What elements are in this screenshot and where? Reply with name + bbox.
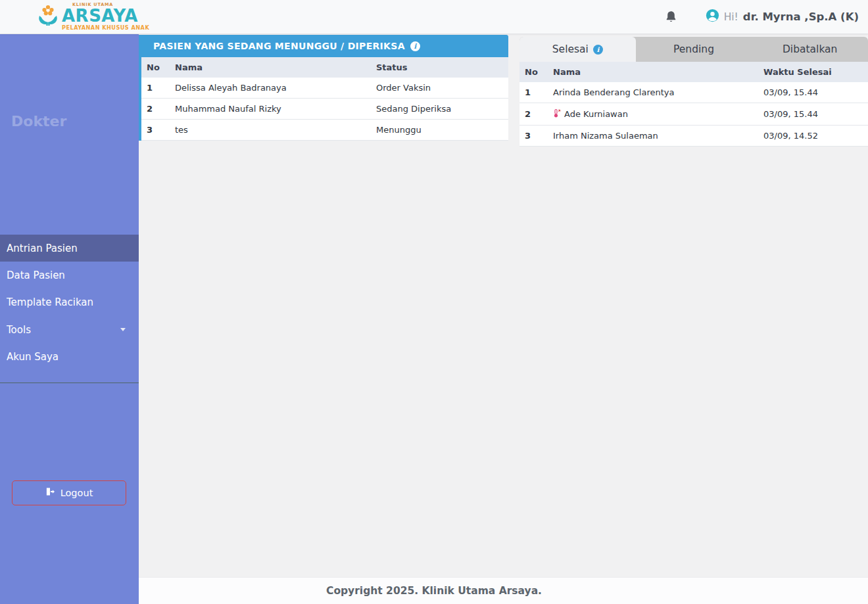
patient-status: Sedang Diperiksa xyxy=(372,99,508,120)
patient-name: Irham Nizama Sulaeman xyxy=(553,131,756,141)
tab-pending[interactable]: Pending xyxy=(636,37,752,62)
patient-status: Menunggu xyxy=(372,120,508,141)
sidebar-item-tools[interactable]: Tools xyxy=(0,316,139,343)
sidebar-item-antrian-pasien[interactable]: Antrian Pasien xyxy=(0,235,139,262)
top-header: KLINIK UTAMA ARSAYA PELAYANAN KHUSUS ANA… xyxy=(0,0,868,34)
tab-label: Pending xyxy=(673,43,714,55)
user-avatar-icon xyxy=(706,9,719,25)
row-number: 1 xyxy=(141,78,171,99)
waiting-panel: PASIEN YANG SEDANG MENUNGGU / DIPERIKSA … xyxy=(139,35,508,141)
logo-wordmark: ARSAYA xyxy=(62,7,138,25)
user-menu[interactable]: Hi! dr. Myrna ,Sp.A (K) xyxy=(706,9,859,25)
patient-name-text: Arinda Benderang Clarentya xyxy=(553,87,675,97)
patient-name-cell: Irham Nizama Sulaeman xyxy=(549,126,760,147)
chevron-down-icon xyxy=(120,328,126,331)
info-icon[interactable] xyxy=(410,41,420,51)
sidebar-item-data-pasien[interactable]: Data Pasien xyxy=(0,262,139,289)
sidebar-menu: Antrian PasienData PasienTemplate Racika… xyxy=(0,235,139,371)
row-number: 2 xyxy=(141,99,171,120)
patient-name: Muhammad Naufal Rizky xyxy=(171,99,372,120)
sidebar-item-akun-saya[interactable]: Akun Saya xyxy=(0,344,139,371)
patient-name: tes xyxy=(171,120,372,141)
column-header-no: No xyxy=(141,57,171,78)
notification-bell-icon[interactable] xyxy=(665,11,677,23)
finish-time: 03/09, 14.52 xyxy=(760,126,868,147)
column-header-nama: Nama xyxy=(171,57,372,78)
patient-name: Delissa Aleyah Badranaya xyxy=(171,78,372,99)
sidebar-divider xyxy=(0,383,139,383)
sidebar-item-label: Template Racikan xyxy=(7,296,93,308)
row-number: 3 xyxy=(141,120,171,141)
info-icon[interactable] xyxy=(593,45,603,55)
sidebar-item-template-racikan[interactable]: Template Racikan xyxy=(0,289,139,316)
patient-name: Arinda Benderang Clarentya xyxy=(553,87,756,97)
table-row: 2Ade Kurniawan03/09, 15.44 xyxy=(519,103,868,126)
patient-name-text: Ade Kurniawan xyxy=(564,109,628,119)
thermometer-icon xyxy=(553,108,561,120)
greeting-prefix: Hi! xyxy=(724,11,738,23)
logout-label: Logout xyxy=(60,488,93,498)
tab-dibatalkan[interactable]: Dibatalkan xyxy=(752,37,868,62)
table-row: 1Arinda Benderang Clarentya03/09, 15.44 xyxy=(519,82,868,103)
finish-time: 03/09, 15.44 xyxy=(760,82,868,103)
table-row: 1Delissa Aleyah BadranayaOrder Vaksin xyxy=(141,78,508,99)
sidebar-item-label: Data Pasien xyxy=(7,269,65,281)
sidebar-role-label: Dokter xyxy=(11,113,139,129)
patient-name-cell: Arinda Benderang Clarentya xyxy=(549,82,760,103)
table-row: 3tesMenunggu xyxy=(141,120,508,141)
column-header-status: Status xyxy=(372,57,508,78)
sidebar: Dokter Antrian PasienData PasienTemplate… xyxy=(0,34,139,604)
status-table: NoNamaWaktu Selesai 1Arinda Benderang Cl… xyxy=(519,62,868,147)
tab-label: Selesai xyxy=(552,43,589,55)
waiting-panel-title: PASIEN YANG SEDANG MENUNGGU / DIPERIKSA xyxy=(153,41,405,51)
column-header-nama: Nama xyxy=(549,62,760,82)
patient-name-text: Irham Nizama Sulaeman xyxy=(553,131,658,141)
waiting-panel-header: PASIEN YANG SEDANG MENUNGGU / DIPERIKSA xyxy=(141,35,508,57)
user-name: dr. Myrna ,Sp.A (K) xyxy=(743,11,859,23)
tab-label: Dibatalkan xyxy=(783,43,838,55)
row-number: 3 xyxy=(519,126,549,147)
patient-status: Order Vaksin xyxy=(372,78,508,99)
patient-name: Ade Kurniawan xyxy=(553,108,756,120)
sidebar-item-label: Tools xyxy=(7,324,31,336)
patient-name-cell: Ade Kurniawan xyxy=(549,103,760,126)
logout-door-icon xyxy=(45,487,55,498)
waiting-table: NoNamaStatus 1Delissa Aleyah BadranayaOr… xyxy=(141,57,508,141)
logout-button[interactable]: Logout xyxy=(12,480,126,505)
waiting-table-header-row: NoNamaStatus xyxy=(141,57,508,78)
column-header-no: No xyxy=(519,62,549,82)
status-panel: SelesaiPendingDibatalkan NoNamaWaktu Sel… xyxy=(519,37,868,147)
table-row: 2Muhammad Naufal RizkySedang Diperiksa xyxy=(141,99,508,120)
finish-time: 03/09, 15.44 xyxy=(760,103,868,126)
column-header-waktu-selesai: Waktu Selesai xyxy=(760,62,868,82)
clinic-logo[interactable]: KLINIK UTAMA ARSAYA PELAYANAN KHUSUS ANA… xyxy=(36,2,149,32)
status-table-header-row: NoNamaWaktu Selesai xyxy=(519,62,868,82)
sidebar-item-label: Akun Saya xyxy=(7,351,59,363)
table-row: 3Irham Nizama Sulaeman03/09, 14.52 xyxy=(519,126,868,147)
tab-selesai[interactable]: Selesai xyxy=(519,37,636,62)
logo-tagline: PELAYANAN KHUSUS ANAK xyxy=(62,25,149,31)
main-content: PASIEN YANG SEDANG MENUNGGU / DIPERIKSA … xyxy=(139,34,868,577)
status-tabs: SelesaiPendingDibatalkan xyxy=(519,37,868,62)
sidebar-item-label: Antrian Pasien xyxy=(7,243,78,254)
copyright-text: Copyright 2025. Klinik Utama Arsaya. xyxy=(326,585,542,597)
row-number: 2 xyxy=(519,103,549,126)
logo-hands-flower-icon xyxy=(36,2,60,32)
row-number: 1 xyxy=(519,82,549,103)
